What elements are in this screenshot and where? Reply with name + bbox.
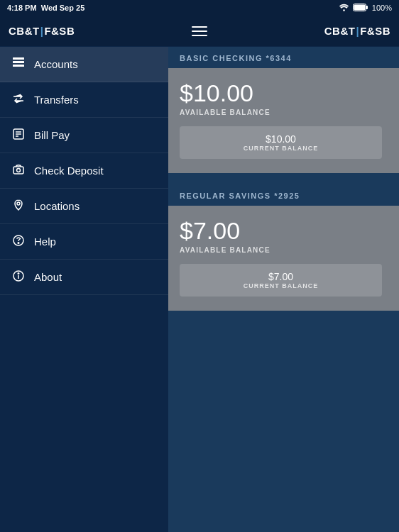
checking-available-label: AVAILABLE BALANCE	[180, 109, 388, 116]
checkdeposit-label: Check Deposit	[34, 165, 104, 177]
savings-current-amount: $7.00	[190, 271, 372, 282]
sidebar-item-transfers[interactable]: Transfers	[0, 82, 168, 118]
account-header-savings: REGULAR SAVINGS *2925	[168, 184, 399, 206]
transfers-label: Transfers	[34, 94, 79, 106]
svg-rect-4	[13, 57, 24, 60]
accounts-label: Accounts	[34, 58, 78, 70]
about-icon	[11, 270, 26, 285]
battery-icon	[353, 4, 368, 13]
locations-label: Locations	[34, 200, 80, 212]
help-icon	[11, 234, 26, 250]
sidebar-item-help[interactable]: Help	[0, 224, 168, 260]
locations-icon	[11, 199, 26, 214]
account-card-savings[interactable]: REGULAR SAVINGS *2925 $7.00 AVAILABLE BA…	[168, 184, 399, 311]
savings-current-label: CURRENT BALANCE	[190, 282, 372, 289]
account-title-checking: BASIC CHECKING *6344	[180, 54, 388, 62]
account-body-savings: $7.00 AVAILABLE BALANCE $7.00 CURRENT BA…	[168, 206, 399, 311]
app-header: CB&T|F&SB CB&T|F&SB	[0, 16, 399, 47]
svg-point-0	[343, 9, 345, 11]
card-spacer	[168, 179, 399, 184]
account-title-savings: REGULAR SAVINGS *2925	[180, 192, 388, 200]
checking-available-amount: $10.00	[180, 79, 388, 107]
billpay-icon	[11, 128, 26, 143]
savings-available-label: AVAILABLE BALANCE	[180, 246, 388, 254]
menu-button[interactable]	[192, 26, 207, 36]
sidebar-item-locations[interactable]: Locations	[0, 189, 168, 224]
sidebar: Accounts Transfers	[0, 47, 168, 532]
svg-point-17	[18, 242, 19, 243]
header-logo: CB&T|F&SB	[9, 25, 75, 37]
sidebar-item-billpay[interactable]: Bill Pay	[0, 118, 168, 153]
svg-point-15	[17, 202, 20, 205]
svg-rect-3	[366, 6, 368, 9]
checkdeposit-icon	[11, 163, 26, 179]
checking-current-box: $10.00 CURRENT BALANCE	[180, 126, 382, 159]
account-body-checking: $10.00 AVAILABLE BALANCE $10.00 CURRENT …	[168, 68, 399, 173]
status-indicators: 100%	[339, 4, 392, 13]
svg-rect-13	[13, 167, 23, 174]
wifi-icon	[339, 4, 349, 13]
svg-point-20	[18, 272, 19, 274]
sidebar-item-checkdeposit[interactable]: Check Deposit	[0, 153, 168, 189]
header-logo-right: CB&T|F&SB	[324, 25, 390, 37]
billpay-label: Bill Pay	[34, 129, 70, 141]
content-area: BASIC CHECKING *6344 $10.00 AVAILABLE BA…	[168, 47, 399, 532]
status-time: 4:18 PM Wed Sep 25	[7, 4, 84, 12]
savings-current-box: $7.00 CURRENT BALANCE	[180, 264, 382, 297]
main-layout: Accounts Transfers	[0, 47, 399, 532]
about-label: About	[34, 271, 62, 283]
sidebar-item-about[interactable]: About	[0, 260, 168, 295]
account-card-checking[interactable]: BASIC CHECKING *6344 $10.00 AVAILABLE BA…	[168, 47, 399, 173]
transfers-icon	[11, 92, 26, 108]
savings-available-amount: $7.00	[180, 217, 388, 245]
svg-rect-2	[354, 4, 365, 10]
status-bar: 4:18 PM Wed Sep 25 100%	[0, 0, 399, 16]
battery-percent: 100%	[372, 4, 392, 12]
svg-rect-6	[13, 65, 24, 67]
content-fill	[168, 316, 399, 458]
checking-current-amount: $10.00	[190, 133, 372, 145]
account-header-checking: BASIC CHECKING *6344	[168, 47, 399, 68]
svg-point-14	[17, 168, 21, 172]
svg-rect-5	[13, 61, 24, 63]
sidebar-item-accounts[interactable]: Accounts	[0, 47, 168, 82]
checking-current-label: CURRENT BALANCE	[190, 145, 372, 152]
accounts-icon	[11, 57, 26, 72]
help-label: Help	[34, 235, 56, 248]
